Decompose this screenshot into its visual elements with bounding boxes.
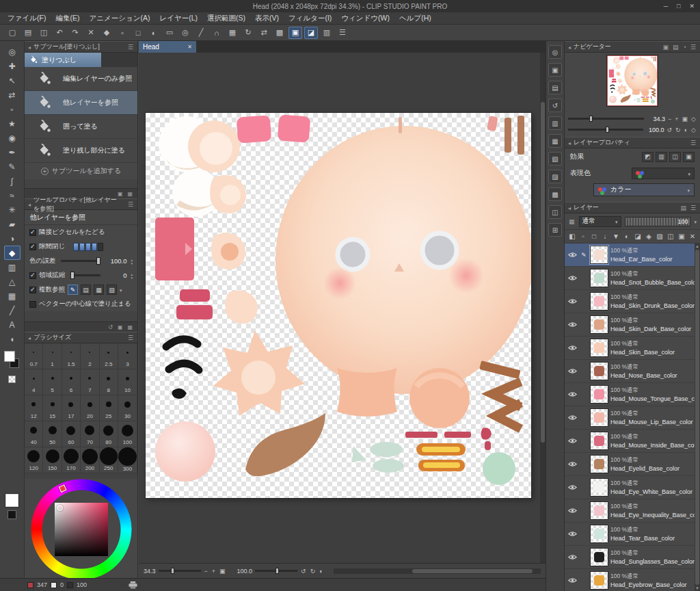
scroll-up-icon[interactable]: ▲ <box>695 244 700 249</box>
material-panel-a-icon[interactable]: ▥ <box>548 116 562 130</box>
opacity-dropdown-icon[interactable] <box>694 218 697 225</box>
vector-center-checkbox[interactable] <box>29 301 36 308</box>
frame-border-tool[interactable]: ▦ <box>4 289 21 303</box>
brush-size-cell[interactable]: 8 <box>100 369 118 395</box>
layer-list-scrollbar[interactable]: ▲ ▼ <box>695 244 700 591</box>
brush-size-cell[interactable]: 250 <box>100 447 118 473</box>
subtool-item[interactable]: 編集レイヤーのみ参照 <box>25 67 137 91</box>
menu-item[interactable]: 表示(V) <box>250 14 284 23</box>
menu-item[interactable]: アニメーション(A) <box>84 14 154 23</box>
brush-size-cell[interactable]: 25 <box>100 395 118 421</box>
reference-layer-icon[interactable]: ▣ <box>288 27 302 39</box>
layer-row[interactable]: ✎ 100 %通常 Head_Eyebrow_Base_color <box>565 569 700 591</box>
snap-vector-icon[interactable]: ◪ <box>304 27 318 39</box>
gradient-tool[interactable]: ▥ <box>4 260 21 274</box>
layer-row[interactable]: ✎ 100 %通常 Head_Skin_Drunk_Base_color <box>565 290 700 313</box>
canvas-rotation-slider[interactable] <box>255 570 297 572</box>
layer-row[interactable]: ✎ 100 %通常 Head_Eye_Inequality_Base_color <box>565 499 700 523</box>
information-tab-icon[interactable]: ◔ <box>682 44 686 51</box>
pulldown-b-icon[interactable]: ⊞ <box>548 223 562 237</box>
brush-size-cell[interactable]: 1 <box>43 343 62 369</box>
layer-row[interactable]: ✎ 100 %通常 Head_Mouse_Lip_Base_color <box>565 406 700 430</box>
print-icon[interactable] <box>128 581 138 590</box>
effect-border-icon[interactable]: ◩ <box>642 152 654 162</box>
layer-thumbnail[interactable] <box>590 525 608 543</box>
effect-layer-color-icon[interactable]: ▣ <box>683 152 695 162</box>
panel-menu-icon[interactable]: ☰ <box>690 140 697 146</box>
panel-menu-icon[interactable]: ☰ <box>127 201 134 208</box>
layer-thumbnail[interactable] <box>590 246 608 264</box>
layer-thumbnail[interactable] <box>590 432 608 450</box>
menu-item[interactable]: ウィンドウ(W) <box>336 14 394 23</box>
zoom-selection-icon[interactable]: ◎ <box>178 27 192 39</box>
layer-visibility-eye-icon[interactable] <box>567 415 578 421</box>
multiref-dropdown-icon[interactable] <box>120 286 122 293</box>
brush-size-cell[interactable]: 20 <box>81 395 99 421</box>
adjacent-pixels-checkbox[interactable] <box>29 229 36 236</box>
canvas-artboard[interactable] <box>146 113 531 498</box>
clear-icon[interactable]: ✕ <box>84 27 98 39</box>
close-button[interactable]: ✕ <box>689 3 695 10</box>
layer-visibility-eye-icon[interactable] <box>567 554 578 560</box>
sv-marker[interactable] <box>57 505 63 511</box>
subtool-item[interactable]: 他レイヤーを参照 <box>25 91 137 115</box>
menu-item[interactable]: レイヤー(L) <box>154 14 202 23</box>
material-panel-d-icon[interactable]: ▨ <box>548 170 562 183</box>
layer-visibility-eye-icon[interactable] <box>567 484 578 490</box>
blend-mode-dropdown[interactable]: 通常 <box>579 216 621 227</box>
redo-icon[interactable]: ↷ <box>68 27 82 39</box>
brush-size-cell[interactable]: 1.5 <box>62 343 81 369</box>
material-panel-c-icon[interactable]: ▧ <box>548 152 562 166</box>
brush-size-cell[interactable]: 120 <box>25 447 43 473</box>
invert-selection-icon[interactable]: ◐ <box>147 27 161 39</box>
lock-layer-icon[interactable]: ◈ <box>645 233 653 240</box>
layer-thumbnail[interactable] <box>590 315 608 334</box>
subview-tab-icon[interactable]: ▤ <box>672 44 679 51</box>
navigator-rotation-slider[interactable] <box>568 129 643 131</box>
refer-selection-icon[interactable]: ▤ <box>81 285 91 295</box>
layer-thumbnail[interactable] <box>590 548 608 566</box>
collapse-icon[interactable] <box>28 201 31 208</box>
effect-tone-icon[interactable]: ▥ <box>656 152 667 162</box>
menu-item[interactable]: 選択範囲(S) <box>202 14 250 23</box>
minimize-button[interactable]: ─ <box>664 3 668 10</box>
select-rectangle-icon[interactable]: ▫ <box>116 27 129 39</box>
new-raster-layer-icon[interactable]: ▫ <box>579 233 587 240</box>
tab-close-icon[interactable]: ✕ <box>187 44 192 50</box>
brush-size-cell[interactable]: 12 <box>25 395 43 421</box>
panel-options-icon[interactable]: ▣ <box>118 324 123 330</box>
information-panel-icon[interactable]: ▤ <box>548 81 562 94</box>
layer-row[interactable]: ✎ 100 %通常 Head_Skin_Base_color <box>565 337 700 360</box>
panel-grid-icon[interactable]: ▦ <box>127 191 133 197</box>
brush-size-cell[interactable]: 50 <box>43 421 62 447</box>
opacity-slider[interactable]: 100 <box>625 217 691 226</box>
delete-layer-icon[interactable]: ✕ <box>688 233 697 240</box>
pen-tool[interactable]: ✒ <box>4 145 21 159</box>
quick-access-icon[interactable]: ☰ <box>336 27 349 39</box>
scroll-down-icon[interactable]: ▼ <box>695 586 700 591</box>
canvas-viewport[interactable] <box>139 53 546 563</box>
navigator-tab-icon[interactable]: ▣ <box>662 44 669 51</box>
panel-menu-icon[interactable]: ☰ <box>690 44 697 51</box>
undo-icon[interactable]: ↶ <box>53 27 66 39</box>
fill-shortcut-icon[interactable]: ◆ <box>100 27 113 39</box>
canvas-rotate-icon[interactable]: ↺ <box>300 568 307 575</box>
layer-row[interactable]: ✎ 100 %通常 Head_Skin_Dark_Base_color <box>565 313 700 337</box>
canvas-rotate-icon[interactable]: ◐ <box>319 568 323 575</box>
merge-down-icon[interactable]: ▼ <box>612 233 620 240</box>
brush-size-cell[interactable]: 7 <box>81 369 99 395</box>
canvas-zoom-slider[interactable] <box>159 570 201 572</box>
transfer-down-icon[interactable]: ↓ <box>601 233 609 240</box>
panel-grid-icon[interactable]: ▦ <box>127 324 133 330</box>
layer-row[interactable]: ✎ 100 %通常 Head_Eyelid_Base_color <box>565 453 700 476</box>
layer-visibility-eye-icon[interactable] <box>567 275 578 281</box>
layer-thumbnail[interactable] <box>590 385 608 404</box>
area-scaling-slider[interactable] <box>70 274 100 276</box>
selection-border-icon[interactable]: ▭ <box>163 27 176 39</box>
brush-size-cell[interactable]: 300 <box>118 447 137 473</box>
collapse-icon[interactable] <box>568 44 571 51</box>
brush-size-cell[interactable]: 3 <box>118 343 137 369</box>
apply-mask-icon[interactable]: ◪ <box>634 233 642 240</box>
new-folder-icon[interactable]: □ <box>590 233 598 240</box>
layer-row[interactable]: ✎ 100 %通常 Head_Mouse_Inside_Base_color <box>565 430 700 453</box>
